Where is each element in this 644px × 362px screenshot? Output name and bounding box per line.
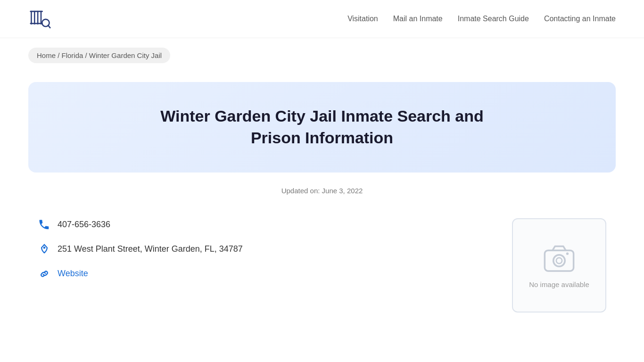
svg-rect-0 [31, 11, 32, 25]
svg-rect-5 [30, 23, 42, 25]
phone-number: 407-656-3636 [58, 220, 110, 230]
no-image-box: No image available [512, 218, 606, 313]
breadcrumb-text: Home / Florida / Winter Garden City Jail [37, 51, 162, 59]
website-row: Website [38, 267, 243, 280]
svg-line-7 [48, 25, 50, 28]
svg-point-12 [566, 253, 569, 255]
no-image-text: No image available [529, 280, 589, 289]
address-icon [38, 243, 51, 256]
info-section: 407-656-3636 251 West Plant Street, Wint… [28, 218, 616, 313]
nav-search-guide[interactable]: Inmate Search Guide [458, 15, 529, 23]
address-text: 251 West Plant Street, Winter Garden, FL… [58, 244, 243, 254]
camera-icon [543, 241, 576, 274]
svg-rect-9 [545, 250, 573, 271]
website-link[interactable]: Website [58, 269, 88, 279]
nav-visitation[interactable]: Visitation [347, 15, 378, 23]
svg-rect-3 [41, 11, 42, 25]
logo[interactable] [28, 8, 51, 30]
svg-rect-1 [34, 11, 35, 25]
svg-rect-4 [30, 11, 42, 12]
breadcrumb-wrapper: Home / Florida / Winter Garden City Jail [0, 38, 644, 73]
phone-icon [38, 218, 51, 231]
phone-row: 407-656-3636 [38, 218, 243, 231]
svg-point-8 [43, 247, 46, 249]
link-icon [38, 267, 51, 280]
nav-contacting[interactable]: Contacting an Inmate [544, 15, 616, 23]
breadcrumb[interactable]: Home / Florida / Winter Garden City Jail [28, 48, 170, 63]
svg-point-11 [556, 258, 562, 263]
svg-point-10 [553, 255, 565, 267]
hero-banner: Winter Garden City Jail Inmate Search an… [28, 82, 616, 173]
nav-mail-inmate[interactable]: Mail an Inmate [393, 15, 443, 23]
info-left: 407-656-3636 251 West Plant Street, Wint… [38, 218, 243, 280]
main-nav: Visitation Mail an Inmate Inmate Search … [347, 15, 616, 23]
address-row: 251 West Plant Street, Winter Garden, FL… [38, 243, 243, 256]
logo-icon [28, 8, 51, 30]
svg-rect-2 [37, 11, 39, 25]
page-title: Winter Garden City Jail Inmate Search an… [133, 106, 511, 149]
updated-date: Updated on: June 3, 2022 [28, 187, 616, 195]
